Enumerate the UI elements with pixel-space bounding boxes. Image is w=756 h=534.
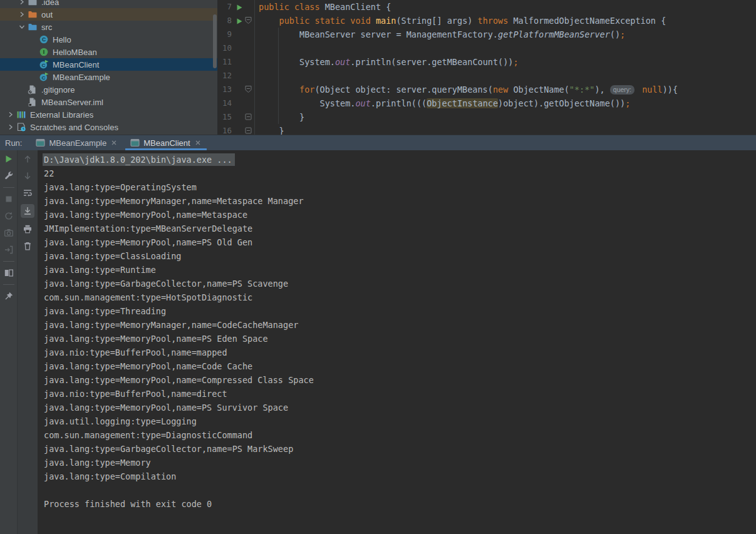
editor-line-11[interactable]: 11 System.out.println(server.getMBeanCou… (218, 55, 756, 69)
editor-lines: 7public class MBeanClient {8 public stat… (218, 0, 756, 135)
tree-item-external-libraries[interactable]: External Libraries (0, 108, 217, 121)
tree-item-gitignore[interactable]: .gitignore (0, 83, 217, 96)
layout-icon[interactable] (3, 267, 14, 279)
run-tabs: MBeanExampleMBeanClient (29, 135, 207, 150)
chevron-spacer (28, 72, 39, 82)
editor-line-8[interactable]: 8 public static void main(String[] args)… (218, 14, 756, 28)
editor-line-16[interactable]: 16 } (218, 124, 756, 135)
file-ignored-icon (28, 85, 39, 95)
console-line: java.lang:type=MemoryPool,name=PS Surviv… (44, 401, 756, 414)
tree-item-hellombean[interactable]: IHelloMBean (0, 46, 217, 58)
run-tab-label: MBeanExample (49, 138, 106, 148)
editor-line-15[interactable]: 15 } (218, 110, 756, 124)
console-line: java.lang:type=Memory (44, 456, 756, 470)
line-number: 15 (218, 110, 232, 124)
close-icon[interactable] (110, 139, 118, 146)
chevron-spacer (28, 47, 39, 57)
fold-end-icon[interactable] (244, 112, 253, 121)
ide-window: .ideaoutsrcCHelloIHelloMBeanCMBeanClient… (0, 0, 756, 534)
svg-text:C: C (41, 75, 45, 81)
chevron-right-icon[interactable] (5, 122, 16, 132)
restart-icon[interactable] (3, 210, 14, 222)
console-output[interactable]: D:\Java\jdk1.8.0_202\bin\java.exe ...22j… (38, 150, 756, 534)
chevron-right-icon[interactable] (5, 110, 16, 120)
toolbar-divider (3, 284, 14, 285)
console-line: java.lang:type=ClassLoading (44, 249, 756, 263)
project-panel: .ideaoutsrcCHelloIHelloMBeanCMBeanClient… (0, 0, 218, 135)
fold-end-icon[interactable] (244, 126, 253, 135)
tree-item-label: MBeanExample (53, 73, 110, 82)
close-icon[interactable] (194, 139, 202, 146)
tree-item-idea[interactable]: .idea (0, 0, 217, 8)
editor-line-13[interactable]: 13 for(Object object: server.queryMBeans… (218, 83, 756, 96)
tree-item-mbeanexample[interactable]: CMBeanExample (0, 71, 217, 83)
chevron-spacer (16, 97, 28, 107)
chevron-right-icon[interactable] (16, 9, 28, 19)
down-icon[interactable] (22, 170, 33, 182)
scroll-to-end-icon[interactable] (21, 204, 34, 218)
editor-line-9[interactable]: 9 MBeanServer server = ManagementFactory… (218, 28, 756, 41)
fold-open-icon[interactable] (244, 16, 253, 25)
chevron-spacer (16, 85, 28, 95)
tree-item-mbeanclient[interactable]: CMBeanClient (0, 58, 217, 71)
console-tab-icon (36, 138, 45, 147)
editor-line-7[interactable]: 7public class MBeanClient { (218, 0, 756, 14)
rerun-icon[interactable] (3, 153, 14, 165)
settings-icon[interactable] (3, 170, 14, 182)
run-label: Run: (5, 138, 22, 148)
tree-item-mbeanserver-iml[interactable]: MBeanServer.iml (0, 96, 217, 108)
scratches-icon (16, 122, 28, 132)
console-line: java.lang:type=Runtime (44, 263, 756, 277)
tree-item-label: MBeanServer.iml (41, 98, 103, 107)
tree-item-label: .gitignore (41, 85, 75, 95)
code-text: public class MBeanClient { (259, 0, 391, 14)
svg-text:C: C (42, 36, 46, 43)
clear-icon[interactable] (22, 240, 33, 252)
editor-line-10[interactable]: 10 (218, 41, 756, 55)
console-line: D:\Java\jdk1.8.0_202\bin\java.exe ... (44, 153, 756, 167)
chevron-right-icon[interactable] (16, 0, 28, 7)
pin-icon[interactable] (3, 290, 14, 302)
tree-item-label: out (41, 10, 53, 19)
console-line: Process finished with exit code 0 (44, 497, 756, 511)
chevron-down-icon[interactable] (16, 22, 28, 32)
code-text: public static void main(String[] args) t… (259, 14, 666, 28)
line-number: 13 (218, 83, 232, 96)
run-line-icon[interactable] (236, 3, 243, 11)
soft-wrap-icon[interactable] (22, 187, 33, 198)
svg-text:C: C (41, 63, 45, 68)
console-line: java.lang:type=MemoryPool,name=Compresse… (44, 373, 756, 387)
folder-source-icon (28, 22, 39, 32)
print-icon[interactable] (22, 223, 33, 235)
code-text: } (259, 110, 304, 124)
up-icon[interactable] (22, 153, 33, 165)
code-text: } (259, 124, 284, 135)
tree-item-hello[interactable]: CHello (0, 33, 217, 46)
folder-generic-icon (28, 0, 39, 7)
line-number: 11 (218, 55, 232, 69)
code-editor[interactable]: 7public class MBeanClient {8 public stat… (218, 0, 756, 135)
console-line: 22 (44, 167, 756, 180)
console-line: java.nio:type=BufferPool,name=mapped (44, 346, 756, 359)
stop-icon[interactable] (3, 193, 14, 205)
editor-line-14[interactable]: 14 System.out.println(((ObjectInstance)o… (218, 96, 756, 110)
run-tab-mbeanexample[interactable]: MBeanExample (29, 135, 124, 150)
tree-item-label: HelloMBean (53, 48, 97, 57)
tree-item-label: src (41, 23, 52, 32)
tree-item-label: External Libraries (30, 110, 93, 120)
run-line-icon[interactable] (236, 17, 243, 24)
tree-item-label: Hello (53, 35, 71, 44)
run-tool-window-header: Run: MBeanExampleMBeanClient (0, 135, 756, 150)
project-tree-scrollbar[interactable] (213, 14, 217, 68)
tree-item-out[interactable]: out (0, 8, 217, 21)
fold-open-icon[interactable] (244, 85, 253, 94)
exit-icon[interactable] (3, 244, 14, 255)
run-tab-mbeanclient[interactable]: MBeanClient (124, 135, 207, 150)
tree-item-scratches-and-consoles[interactable]: Scratches and Consoles (0, 121, 217, 133)
tree-item-label: .idea (41, 0, 59, 7)
tree-item-src[interactable]: src (0, 21, 217, 33)
project-tree: .ideaoutsrcCHelloIHelloMBeanCMBeanClient… (0, 0, 217, 133)
camera-icon[interactable] (3, 227, 14, 239)
interface-icon: I (39, 47, 50, 57)
editor-line-12[interactable]: 12 (218, 69, 756, 83)
